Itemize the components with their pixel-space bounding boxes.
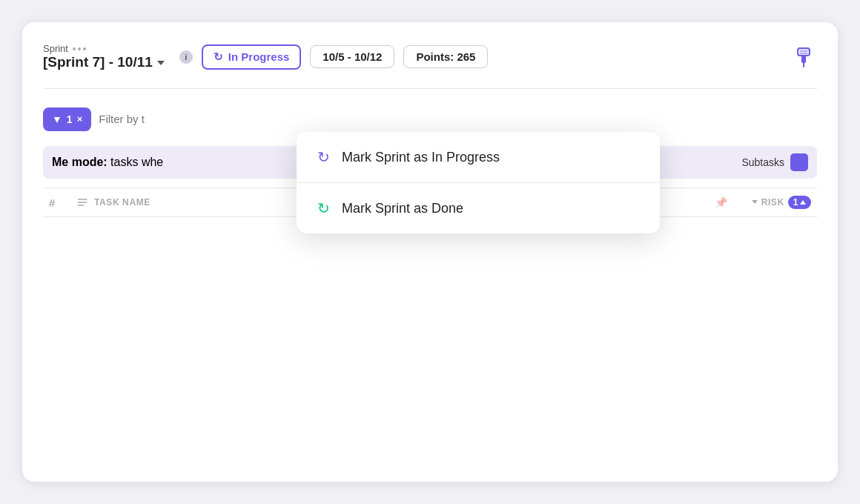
sync-icon: ↻ xyxy=(214,50,223,64)
dot3 xyxy=(83,47,86,50)
dropdown-item1-label: Mark Sprint as In Progress xyxy=(342,150,500,165)
in-progress-label: In Progress xyxy=(228,50,290,63)
main-card: Sprint [Sprint 7] - 10/11 i ↻ In Progres… xyxy=(22,22,838,482)
risk-arrow-up-icon xyxy=(800,200,806,205)
me-mode-text: tasks whe xyxy=(108,156,164,168)
points-badge: Points: 265 xyxy=(403,45,488,68)
subtasks-label: Subtasks xyxy=(741,156,784,168)
svg-point-8 xyxy=(78,205,79,206)
th-task-name-label: TASK NAME xyxy=(94,197,150,208)
in-progress-button[interactable]: ↻ In Progress xyxy=(202,44,302,70)
sync-green-icon: ↻ xyxy=(317,199,330,217)
status-dropdown: ↻ Mark Sprint as In Progress ↻ Mark Spri… xyxy=(297,132,660,233)
me-mode-right: Subtasks xyxy=(741,153,808,171)
dropdown-item-done[interactable]: ↻ Mark Sprint as Done xyxy=(297,183,660,233)
dot2 xyxy=(78,47,81,50)
risk-count: 1 xyxy=(793,197,798,208)
subtasks-square-icon xyxy=(790,153,808,171)
filter-badge[interactable]: ▼ 1 × xyxy=(43,107,91,131)
th-hash: # xyxy=(49,196,71,209)
filter-close-icon[interactable]: × xyxy=(77,113,83,125)
sprint-name: [Sprint 7] - 10/11 xyxy=(43,54,153,70)
header-divider xyxy=(43,88,817,89)
filter-input[interactable] xyxy=(99,107,817,131)
risk-badge: 1 xyxy=(788,196,811,209)
risk-chevron-icon[interactable] xyxy=(752,200,758,204)
subtasks-button[interactable]: Subtasks xyxy=(741,153,808,171)
date-range-badge: 10/5 - 10/12 xyxy=(310,45,394,68)
sprint-title-block: Sprint [Sprint 7] - 10/11 xyxy=(43,43,165,70)
chevron-down-icon[interactable] xyxy=(157,61,165,65)
sprint-dots xyxy=(73,47,86,50)
svg-point-6 xyxy=(78,199,79,200)
info-icon[interactable]: i xyxy=(179,50,193,64)
dropdown-item-in-progress[interactable]: ↻ Mark Sprint as In Progress xyxy=(297,132,660,182)
sprint-label: Sprint xyxy=(43,43,165,54)
task-icon xyxy=(77,196,89,208)
dot1 xyxy=(73,47,76,50)
th-risk: RISK 1 xyxy=(752,196,811,209)
filter-count: 1 xyxy=(67,113,73,125)
th-risk-label: RISK xyxy=(761,197,784,208)
pin-icon-button[interactable] xyxy=(790,44,817,70)
pin-svg-icon xyxy=(790,44,817,70)
svg-point-7 xyxy=(78,202,79,203)
empty-area xyxy=(43,217,817,336)
th-pin-icon: 📌 xyxy=(715,196,728,208)
me-mode-bold: Me mode: xyxy=(52,156,108,168)
dropdown-item2-label: Mark Sprint as Done xyxy=(342,201,463,216)
funnel-icon: ▼ xyxy=(52,113,62,125)
sprint-name-row: [Sprint 7] - 10/11 xyxy=(43,54,165,70)
svg-rect-1 xyxy=(801,56,806,63)
me-mode-label: Me mode: tasks whe xyxy=(52,156,163,169)
svg-rect-0 xyxy=(798,48,810,56)
sync-blue-icon: ↻ xyxy=(317,148,330,166)
sprint-label-text: Sprint xyxy=(43,43,68,54)
header-row: Sprint [Sprint 7] - 10/11 i ↻ In Progres… xyxy=(43,43,817,70)
